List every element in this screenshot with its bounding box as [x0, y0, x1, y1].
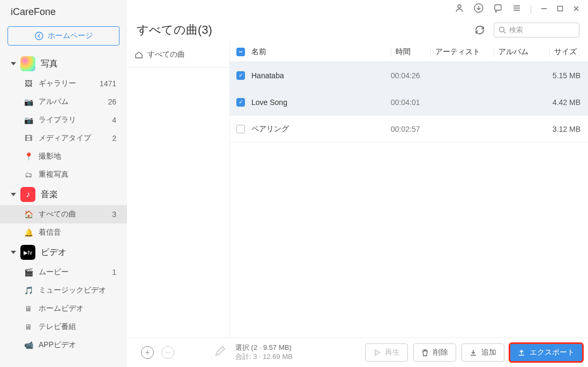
row-name: Love Song — [251, 98, 391, 107]
music-item-count: 3 — [112, 210, 116, 219]
header: すべての曲(3) 検索 — [127, 18, 588, 42]
export-button[interactable]: エクスポート — [510, 343, 583, 362]
trash-icon — [421, 349, 429, 356]
add-playlist-button[interactable]: ＋ — [141, 346, 154, 359]
photos-item-4[interactable]: 📍撮影地 — [0, 147, 127, 166]
app-title: iCareFone — [0, 0, 127, 23]
video-item-icon: 📹 — [24, 341, 33, 349]
video-item-4[interactable]: 📹APPビデオ — [0, 336, 127, 354]
songs-table: − 名前 時間 アーティスト アルバム サイズ ✓Hanataba00:04:2… — [230, 42, 588, 338]
section-photos[interactable]: 写真 — [0, 53, 127, 74]
music-item-1[interactable]: 🔔着信音 — [0, 223, 127, 242]
video-item-1[interactable]: 🎵ミュージックビデオ — [0, 281, 127, 299]
row-time: 00:02:57 — [391, 125, 430, 133]
video-item-label: ムービー — [39, 267, 112, 277]
video-item-2[interactable]: 🖥ホームビデオ — [0, 299, 127, 318]
delete-button[interactable]: 削除 — [413, 343, 456, 362]
col-album[interactable]: アルバム — [494, 47, 549, 57]
chevron-down-icon — [11, 62, 16, 65]
row-time: 00:04:01 — [391, 98, 430, 107]
total-text: 合計: 3 · 12.69 MB — [235, 353, 293, 362]
edit-icon — [214, 346, 226, 359]
play-button[interactable]: 再生 — [365, 343, 408, 362]
col-name[interactable]: 名前 — [251, 47, 391, 57]
photos-item-count: 1471 — [100, 79, 116, 88]
video-item-label: ホームビデオ — [39, 304, 116, 313]
video-item-3[interactable]: 🖥テレビ番組 — [0, 318, 127, 336]
photos-item-0[interactable]: 🖼ギャラリー1471 — [0, 74, 127, 93]
photos-item-label: メディアタイプ — [39, 133, 112, 143]
video-item-label: APPビデオ — [39, 340, 116, 350]
table-header: − 名前 時間 アーティスト アルバム サイズ — [230, 42, 588, 62]
chevron-down-icon — [11, 251, 16, 254]
table-row[interactable]: ペアリング00:02:573.12 MB — [230, 116, 588, 143]
row-time: 00:04:26 — [391, 71, 430, 80]
row-name: Hanataba — [251, 71, 391, 80]
account-icon[interactable] — [455, 3, 464, 15]
photos-item-label: ライブラリ — [39, 115, 112, 125]
home-button-label: ホームページ — [48, 31, 93, 41]
section-music[interactable]: ♪ 音楽 — [0, 184, 127, 205]
music-item-label: すべての曲 — [39, 209, 112, 219]
video-item-label: ミュージックビデオ — [39, 286, 116, 295]
footer-status: 選択 (2 · 9.57 MB) 合計: 3 · 12.69 MB — [235, 343, 293, 362]
photos-item-label: ギャラリー — [39, 79, 100, 88]
window-titlebar — [127, 0, 588, 18]
search-icon — [498, 26, 506, 34]
photos-icon — [20, 56, 35, 71]
row-size: 4.42 MB — [549, 98, 588, 107]
svg-rect-3 — [495, 5, 501, 10]
video-item-label: テレビ番組 — [39, 322, 116, 332]
row-checkbox[interactable] — [236, 125, 245, 133]
music-item-0[interactable]: 🏠すべての曲3 — [0, 205, 127, 223]
table-row[interactable]: ✓Love Song00:04:014.42 MB — [230, 89, 588, 116]
search-input[interactable]: 検索 — [494, 23, 579, 38]
subnav-all-songs-label: すべての曲 — [147, 50, 185, 59]
sub-nav: すべての曲 — [127, 42, 230, 68]
photos-item-count: 26 — [108, 98, 116, 106]
feedback-icon[interactable] — [493, 3, 503, 15]
sidebar: iCareFone ホームページ 写真 🖼ギャラリー1471📷アルバム26📷ライ… — [0, 0, 127, 367]
photos-item-1[interactable]: 📷アルバム26 — [0, 93, 127, 111]
remove-playlist-button: − — [161, 346, 174, 359]
row-size: 5.15 MB — [549, 71, 588, 80]
select-all-checkbox[interactable]: − — [236, 48, 245, 56]
row-checkbox[interactable]: ✓ — [236, 98, 245, 107]
col-time[interactable]: 時間 — [391, 47, 430, 57]
video-item-icon: 🖥 — [24, 304, 33, 313]
play-label: 再生 — [385, 348, 400, 357]
video-item-icon: 🎬 — [24, 268, 33, 276]
minimize-button[interactable] — [541, 4, 547, 14]
export-icon — [518, 349, 525, 356]
maximize-button[interactable] — [557, 4, 563, 14]
row-checkbox[interactable]: ✓ — [236, 71, 245, 80]
add-button[interactable]: 追加 — [462, 343, 504, 362]
menu-icon[interactable] — [512, 4, 521, 14]
play-icon — [373, 349, 381, 356]
photos-item-icon: 🗂 — [24, 170, 33, 179]
music-item-label: 着信音 — [39, 228, 116, 237]
download-icon[interactable] — [474, 3, 483, 15]
photos-item-2[interactable]: 📷ライブラリ4 — [0, 111, 127, 129]
photos-item-icon: 🖼 — [24, 79, 33, 88]
table-row[interactable]: ✓Hanataba00:04:265.15 MB — [230, 62, 588, 89]
photos-item-icon: 📷 — [24, 98, 33, 106]
photos-item-label: 撮影地 — [39, 152, 116, 161]
page-title: すべての曲(3) — [137, 22, 472, 38]
row-size: 3.12 MB — [549, 125, 588, 133]
refresh-button[interactable] — [472, 23, 487, 38]
col-artist[interactable]: アーティスト — [430, 47, 494, 57]
svg-point-5 — [500, 27, 504, 32]
photos-item-3[interactable]: 🎞メディアタイプ2 — [0, 129, 127, 147]
video-item-0[interactable]: 🎬ムービー1 — [0, 263, 127, 281]
col-size[interactable]: サイズ — [549, 47, 588, 57]
main-pane: すべての曲(3) 検索 すべての曲 − 名前 時間 アーティスト アルバム サイ… — [127, 0, 588, 367]
photos-item-5[interactable]: 🗂重複写真 — [0, 166, 127, 184]
subnav-all-songs[interactable]: すべての曲 — [127, 42, 229, 68]
section-video[interactable]: ▶tv ビデオ — [0, 242, 127, 263]
close-button[interactable] — [573, 4, 579, 14]
photos-item-icon: 🎞 — [24, 134, 33, 143]
sub-nav-empty — [127, 68, 230, 338]
home-button[interactable]: ホームページ — [8, 26, 120, 46]
separator — [531, 5, 531, 13]
